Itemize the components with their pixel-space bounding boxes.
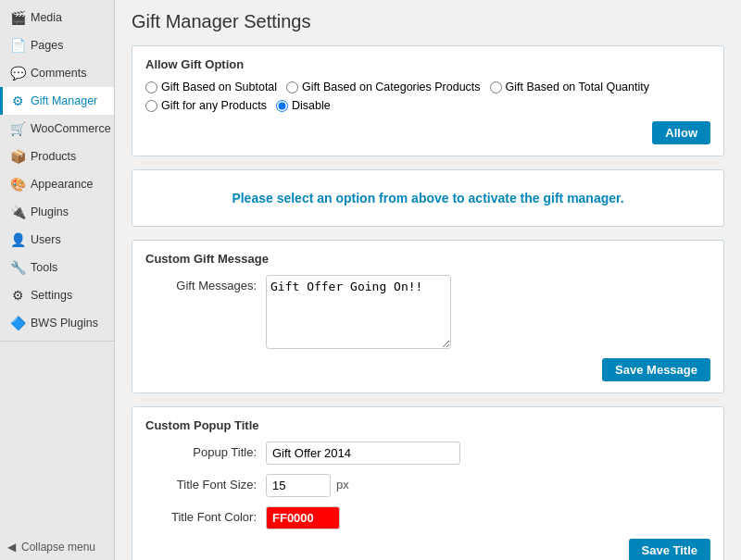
sidebar-label-appearance: Appearance [31, 178, 93, 191]
popup-title-section: Custom Popup Title Popup Title: Title Fo… [132, 406, 724, 560]
allow-gift-section: Allow Gift Option Gift Based on Subtotal… [132, 45, 724, 156]
page-title: Gift Manager Settings [132, 11, 724, 32]
sidebar-item-woocommerce[interactable]: 🛒 WooCommerce [0, 115, 114, 143]
radio-total-qty-label[interactable]: Gift Based on Total Quantity [490, 81, 649, 93]
px-label: px [336, 474, 349, 492]
sidebar-item-plugins[interactable]: 🔌 Plugins [0, 198, 114, 226]
allow-gift-title: Allow Gift Option [145, 57, 710, 71]
plugins-icon: 🔌 [10, 205, 25, 219]
radio-total-qty-text: Gift Based on Total Quantity [506, 81, 649, 93]
radio-subtotal-label[interactable]: Gift Based on Subtotal [145, 81, 277, 93]
sidebar-label-settings: Settings [31, 289, 72, 302]
tools-icon: 🔧 [10, 260, 25, 275]
collapse-arrow-icon: ◀ [7, 541, 16, 554]
radio-any-products-text: Gift for any Products [161, 99, 267, 112]
custom-message-title: Custom Gift Message [145, 252, 710, 266]
collapse-label: Collapse menu [21, 541, 95, 554]
sidebar-item-media[interactable]: 🎬 Media [0, 4, 114, 31]
sidebar-item-pages[interactable]: 📄 Pages [0, 31, 114, 59]
save-message-button[interactable]: Save Message [602, 358, 710, 381]
users-icon: 👤 [10, 232, 25, 247]
media-icon: 🎬 [10, 10, 25, 25]
font-color-label: Title Font Color: [145, 506, 266, 524]
gift-manager-icon: ⚙ [10, 93, 25, 108]
sidebar-label-woocommerce: WooCommerce [31, 122, 111, 135]
font-color-row: Title Font Color: [145, 506, 710, 529]
sidebar-label-users: Users [31, 233, 61, 246]
popup-title-heading: Custom Popup Title [145, 418, 710, 432]
sidebar-label-gift-manager: Gift Manager [31, 94, 97, 107]
popup-title-row: Popup Title: [145, 442, 710, 465]
sidebar-label-products: Products [31, 150, 76, 163]
appearance-icon: 🎨 [10, 177, 25, 192]
radio-disable-text: Disable [292, 99, 331, 112]
sidebar-label-tools: Tools [31, 261, 57, 274]
radio-any-products-label[interactable]: Gift for any Products [145, 99, 267, 112]
allow-button[interactable]: Allow [652, 121, 710, 144]
radio-categories[interactable] [286, 81, 298, 93]
font-size-label: Title Font Size: [145, 474, 266, 492]
collapse-menu-item[interactable]: ◀ Collapse menu [0, 534, 114, 560]
gift-messages-textarea[interactable]: Gift Offer Going On!! [266, 275, 451, 349]
save-title-btn-row: Save Title [145, 539, 710, 560]
custom-message-section: Custom Gift Message Gift Messages: Gift … [132, 240, 724, 393]
radio-categories-text: Gift Based on Categories Products [302, 81, 480, 93]
radio-subtotal-text: Gift Based on Subtotal [161, 81, 277, 93]
sidebar-label-bws: BWS Plugins [31, 317, 98, 330]
pages-icon: 📄 [10, 38, 25, 53]
settings-icon: ⚙ [10, 288, 25, 303]
font-size-input[interactable] [266, 474, 331, 497]
font-color-input[interactable] [266, 506, 340, 529]
sidebar-item-settings[interactable]: ⚙ Settings [0, 281, 114, 309]
gift-messages-row: Gift Messages: Gift Offer Going On!! [145, 275, 710, 349]
save-message-btn-row: Save Message [145, 358, 710, 381]
main-content: Gift Manager Settings Allow Gift Option … [115, 0, 741, 560]
font-size-row: Title Font Size: px [145, 474, 710, 497]
radio-categories-label[interactable]: Gift Based on Categories Products [286, 81, 480, 93]
sidebar-item-gift-manager[interactable]: ⚙ Gift Manager [0, 87, 114, 115]
allow-btn-row: Allow [145, 121, 710, 144]
info-message: Please select an option from above to ac… [145, 191, 710, 205]
popup-title-label: Popup Title: [145, 442, 266, 459]
sidebar-item-bws-plugins[interactable]: 🔷 BWS Plugins [0, 309, 114, 337]
sidebar: 🎬 Media 📄 Pages 💬 Comments ⚙ Gift Manage… [0, 0, 115, 560]
sidebar-item-tools[interactable]: 🔧 Tools [0, 254, 114, 281]
radio-disable[interactable] [276, 100, 288, 112]
sidebar-label-media: Media [31, 11, 62, 24]
radio-total-qty[interactable] [490, 81, 502, 93]
gift-messages-label: Gift Messages: [145, 275, 266, 292]
woocommerce-icon: 🛒 [10, 121, 25, 136]
sidebar-divider [0, 341, 114, 342]
sidebar-item-products[interactable]: 📦 Products [0, 143, 114, 170]
bws-icon: 🔷 [10, 316, 25, 330]
radio-disable-label[interactable]: Disable [276, 99, 331, 112]
popup-title-input[interactable] [266, 442, 460, 465]
sidebar-item-users[interactable]: 👤 Users [0, 226, 114, 254]
info-box: Please select an option from above to ac… [132, 169, 724, 227]
comments-icon: 💬 [10, 66, 25, 81]
sidebar-item-comments[interactable]: 💬 Comments [0, 59, 114, 87]
sidebar-label-plugins: Plugins [31, 205, 69, 218]
products-icon: 📦 [10, 149, 25, 164]
sidebar-item-appearance[interactable]: 🎨 Appearance [0, 170, 114, 198]
radio-any-products[interactable] [145, 100, 157, 112]
radio-subtotal[interactable] [145, 81, 157, 93]
save-title-button[interactable]: Save Title [629, 539, 710, 560]
sidebar-label-comments: Comments [31, 67, 86, 80]
sidebar-label-pages: Pages [31, 39, 63, 52]
gift-radio-group: Gift Based on Subtotal Gift Based on Cat… [145, 81, 710, 112]
color-field [266, 506, 340, 529]
